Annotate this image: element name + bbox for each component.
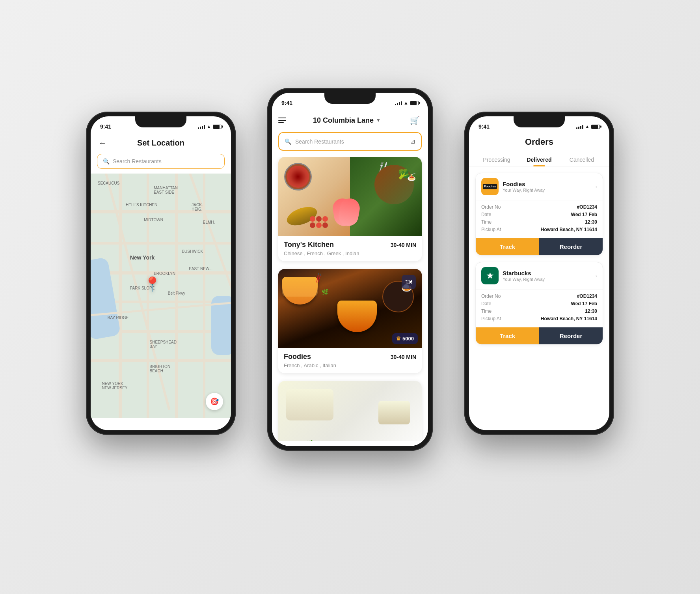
cuisine-tags-1: Chinese , French , Greek , Indian [284, 250, 416, 256]
location-search-bar[interactable]: 🔍 Search Restaurants [97, 154, 225, 169]
phone-right: 9:41 ▲ Orders [464, 112, 614, 435]
hamburger-menu[interactable] [278, 118, 286, 123]
restaurant-info-1: Tony's Kitchen 30-40 MIN Chinese , Frenc… [278, 236, 422, 261]
map-label-bayridge: BAY RIDGE [108, 316, 129, 320]
tab-cancelled[interactable]: Cancelled [560, 153, 603, 166]
map-label-bushwick: BUSHWICK [182, 249, 203, 254]
restaurant-img-2: 🍛 🥢 🌿 ♛ 5000 🍽 [278, 269, 422, 348]
bar3 [202, 126, 203, 129]
map-label-secaucus: SECAUCUS [98, 181, 120, 185]
map-label-belt: Belt Pkwy [168, 291, 185, 295]
map-label-nynj: NEW YORKNEW JERSEY [102, 381, 127, 390]
ham-line-3 [278, 122, 284, 123]
status-icons-right: ▲ [576, 124, 600, 129]
order-restaurant-row-2[interactable]: ★ Starbucks Your Way, Right Away › [476, 262, 603, 290]
reorder-button-1[interactable]: Reorder [539, 238, 603, 255]
restaurant-list: 🍴 🥦 🍝 Tony's Kitchen 30-40 MIN Chinese [272, 157, 428, 441]
time-label-1: Time [481, 219, 491, 225]
battery-left [213, 125, 222, 129]
restaurant-name-2: Foodies [284, 353, 311, 361]
map-area[interactable]: MANHATTANEAST SIDE HELL'S KITCHEN SECAUC… [91, 174, 231, 418]
wifi-left: ▲ [207, 124, 211, 129]
time-value-2: 12:30 [585, 308, 597, 314]
date-label-1: Date [481, 212, 491, 217]
location-search-input[interactable]: Search Restaurants [113, 158, 219, 164]
ham-line-2 [278, 120, 286, 121]
tab-delivered[interactable]: Delivered [518, 153, 560, 166]
reorder-button-2[interactable]: Reorder [539, 327, 603, 344]
bar4 [204, 125, 205, 129]
pickup-value-1: Howard Beach, NY 11614 [541, 227, 597, 232]
restaurant-img-1: 🍴 🥦 🍝 [278, 157, 422, 236]
time-center: 9:41 [281, 100, 292, 106]
status-icons-left: ▲ [198, 124, 222, 129]
restaurant-card-2[interactable]: 🍛 🥢 🌿 ♛ 5000 🍽 [278, 269, 422, 373]
order-chevron-1: › [595, 183, 597, 190]
notch-right [514, 116, 565, 127]
pickup-row-1: Pickup At Howard Beach, NY 11614 [481, 227, 597, 232]
order-details-2: Order No #OD1234 Date Wed 17 Feb Time 12… [476, 290, 603, 327]
restaurant-img-3: 🥗 [278, 381, 422, 441]
phone-center: 9:41 ▲ [267, 88, 433, 451]
badge-value: 5000 [402, 336, 414, 342]
orders-header: Orders [469, 134, 609, 153]
search-icon-left: 🔍 [103, 158, 110, 164]
orders-tabs: Processing Delivered Cancelled [469, 153, 609, 166]
order-rest-info-1: Foodies Your Way, Right Away [503, 181, 595, 192]
order-details-1: Order No #OD1234 Date Wed 17 Feb Time 12… [476, 200, 603, 238]
order-no-row-1: Order No #OD1234 [481, 204, 597, 210]
ham-line-1 [278, 118, 286, 118]
order-no-value-2: #OD1234 [577, 293, 597, 299]
battery-fill-left [213, 125, 220, 129]
wifi-center: ▲ [404, 100, 408, 106]
pickup-row-2: Pickup At Howard Beach, NY 11614 [481, 316, 597, 321]
order-no-label-1: Order No [481, 204, 501, 210]
status-icons-center: ▲ [395, 100, 419, 106]
cart-button[interactable]: 🛒 [408, 113, 422, 127]
location-header: ← Set Location [91, 134, 231, 154]
restaurant-name-1: Tony's Kitchen [284, 241, 334, 249]
order-actions-1: Track Reorder [476, 238, 603, 255]
restaurant-row-2: Foodies 30-40 MIN [284, 353, 416, 361]
search-icon-center: 🔍 [285, 138, 291, 145]
pickup-label-1: Pickup At [481, 227, 501, 232]
restaurant-card-3[interactable]: 🥗 Restaurant 3 25-35 MIN Italian , Medit… [278, 381, 422, 441]
map-label-midtown: MIDTOWN [144, 218, 163, 222]
pickup-value-2: Howard Beach, NY 11614 [541, 316, 597, 321]
bar2 [200, 127, 201, 129]
order-rest-sub-1: Your Way, Right Away [503, 188, 595, 192]
track-button-2[interactable]: Track [476, 327, 539, 344]
center-header: 10 Columbia Lane ▼ 🛒 [272, 110, 428, 132]
order-rest-sub-2: Your Way, Right Away [503, 277, 595, 282]
bar1 [198, 127, 199, 129]
date-value-1: Wed 17 Feb [571, 212, 597, 217]
foodies-logo: Foodies [481, 178, 499, 195]
filter-icon[interactable]: ⊿ [410, 138, 415, 145]
time-row-2: Time 12:30 [481, 308, 597, 314]
order-actions-2: Track Reorder [476, 327, 603, 344]
center-search-bar[interactable]: 🔍 Search Restaurants ⊿ [278, 132, 422, 151]
map-label-hellskitchen: HELL'S KITCHEN [126, 203, 157, 207]
restaurant-card-1[interactable]: 🍴 🥦 🍝 Tony's Kitchen 30-40 MIN Chinese [278, 157, 422, 261]
pickup-label-2: Pickup At [481, 316, 501, 321]
order-chevron-2: › [595, 273, 597, 279]
time-row-1: Time 12:30 [481, 219, 597, 225]
order-rest-info-2: Starbucks Your Way, Right Away [503, 270, 595, 282]
track-button-1[interactable]: Track [476, 238, 539, 255]
time-value-1: 12:30 [585, 219, 597, 225]
address-button[interactable]: 10 Columbia Lane ▼ [313, 116, 381, 125]
restaurant-info-2: Foodies 30-40 MIN French , Arabic , Ital… [278, 348, 422, 373]
back-button[interactable]: ← [97, 137, 108, 149]
order-restaurant-row-1[interactable]: Foodies Foodies Your Way, Right Away › [476, 173, 603, 200]
tab-processing[interactable]: Processing [475, 153, 518, 166]
phone-left: 9:41 ▲ ← Set Location [86, 112, 236, 435]
signal-center [395, 101, 402, 105]
address-text: 10 Columbia Lane [313, 116, 374, 125]
date-value-2: Wed 17 Feb [571, 301, 597, 306]
crown-icon: ♛ [396, 336, 401, 342]
map-pin[interactable]: 📍 [143, 276, 161, 293]
center-search-input[interactable]: Search Restaurants [295, 138, 406, 145]
location-title: Set Location [137, 138, 184, 148]
current-location-button[interactable]: 🎯 [206, 393, 223, 410]
delivery-time-2: 30-40 MIN [391, 354, 416, 360]
